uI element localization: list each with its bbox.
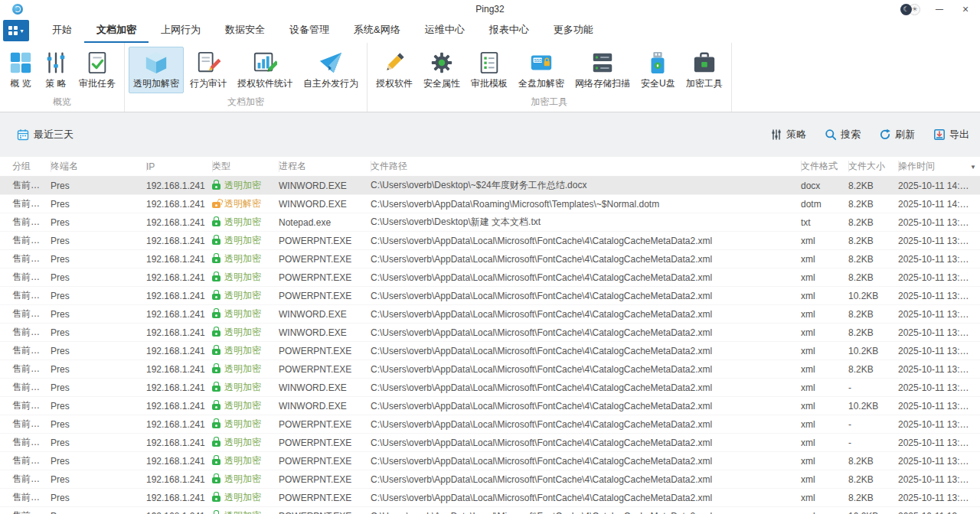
- column-header-size[interactable]: 文件大小: [848, 160, 898, 173]
- table-row[interactable]: 售前演示Pres192.168.1.241透明加密WINWORD.EXEC:\U…: [0, 397, 980, 415]
- tab-internet-behavior[interactable]: 上网行为: [149, 18, 213, 43]
- column-header-terminal[interactable]: 终端名: [51, 160, 146, 173]
- cell-terminal: Pres: [51, 199, 146, 210]
- cell-path: C:\Users\overb\AppData\Local\Microsoft\F…: [371, 419, 801, 430]
- ribbon-group: 授权软件安全属性审批模板SSD全盘加解密网络存储扫描安全U盘加密工具加密工具: [368, 43, 732, 112]
- policy-button[interactable]: 策 略: [39, 47, 73, 93]
- behavior-audit-button[interactable]: 行为审计: [185, 47, 231, 93]
- lock-closed-icon: [212, 239, 220, 245]
- table-row[interactable]: 售前演示Pres192.168.1.241透明加密POWERPNT.EXEC:\…: [0, 268, 980, 287]
- table-row[interactable]: 售前演示Pres192.168.1.241透明解密WINWORD.EXEC:\U…: [0, 195, 980, 213]
- tab-ops-center[interactable]: 运维中心: [413, 18, 477, 43]
- cell-ip: 192.168.1.241: [146, 419, 212, 430]
- cell-time: 2025-10-11 13:47:02: [898, 272, 980, 283]
- security-attributes-button[interactable]: 安全属性: [419, 47, 465, 93]
- self-outgoing-behavior-button[interactable]: 自主外发行为: [299, 47, 363, 93]
- table-row[interactable]: 售前演示Pres192.168.1.241透明加密POWERPNT.EXEC:\…: [0, 507, 980, 514]
- app-menu-button[interactable]: ▾: [3, 20, 29, 41]
- cell-size: 8.2KB: [848, 181, 898, 191]
- cell-size: 10.2KB: [848, 401, 898, 412]
- column-sort-arrow-icon[interactable]: ▼: [970, 163, 976, 170]
- network-storage-scan-button[interactable]: 网络存储扫描: [570, 47, 635, 93]
- encryption-tools-button[interactable]: 加密工具: [681, 47, 727, 93]
- column-header-process[interactable]: 进程名: [279, 160, 371, 173]
- cell-path: C:\Users\overb\AppData\Local\Microsoft\F…: [371, 309, 801, 320]
- cell-size: -: [848, 382, 898, 393]
- tab-device-management[interactable]: 设备管理: [277, 18, 341, 43]
- type-label: 透明加密: [224, 271, 261, 284]
- cell-format: xml: [801, 291, 848, 301]
- policy-button-label: 策略: [786, 128, 806, 142]
- column-header-format[interactable]: 文件格式: [801, 160, 848, 173]
- table-row[interactable]: 售前演示Pres192.168.1.241透明加密WINWORD.EXEC:\U…: [0, 177, 980, 195]
- search-button[interactable]: 搜索: [825, 128, 861, 142]
- column-header-path[interactable]: 文件路径: [371, 160, 801, 173]
- secure-usb-button[interactable]: 安全U盘: [636, 47, 680, 93]
- transparent-encryption-button[interactable]: 透明加解密: [129, 47, 184, 93]
- policy-button[interactable]: 策略: [770, 128, 806, 142]
- tab-system-network[interactable]: 系统&网络: [341, 18, 413, 43]
- full-disk-encryption-button[interactable]: SSD全盘加解密: [514, 47, 569, 93]
- type-label: 透明加密: [224, 363, 261, 376]
- cell-terminal: Pres: [51, 272, 146, 283]
- column-header-time[interactable]: 操作时间: [898, 160, 980, 173]
- table-row[interactable]: 售前演示Pres192.168.1.241透明加密POWERPNT.EXEC:\…: [0, 360, 980, 379]
- export-button[interactable]: 导出: [933, 128, 969, 142]
- cell-ip: 192.168.1.241: [146, 401, 212, 412]
- authorized-software-stats-button[interactable]: 授权软件统计: [233, 47, 297, 93]
- cell-time: 2025-10-11 13:47:02: [898, 309, 980, 320]
- date-range-button[interactable]: 最近三天: [17, 128, 74, 142]
- table-row[interactable]: 售前演示Pres192.168.1.241透明加密POWERPNT.EXEC:\…: [0, 250, 980, 268]
- cell-group: 售前演示: [0, 381, 51, 394]
- tab-report-center[interactable]: 报表中心: [477, 18, 541, 43]
- type-label: 透明加密: [224, 399, 261, 412]
- approval-tasks-button[interactable]: 审批任务: [74, 47, 120, 93]
- tab-data-security[interactable]: 数据安全: [213, 18, 277, 43]
- cell-group: 售前演示: [0, 454, 51, 467]
- refresh-button[interactable]: 刷新: [879, 128, 915, 142]
- table-row[interactable]: 售前演示Pres192.168.1.241透明加密WINWORD.EXEC:\U…: [0, 324, 980, 342]
- search-icon: [825, 128, 837, 141]
- cell-ip: 192.168.1.241: [146, 511, 212, 514]
- table-row[interactable]: 售前演示Pres192.168.1.241透明加密Notepad.exeC:\U…: [0, 213, 980, 232]
- table-row[interactable]: 售前演示Pres192.168.1.241透明加密POWERPNT.EXEC:\…: [0, 452, 980, 470]
- type-label: 透明加密: [224, 326, 261, 339]
- cell-process: POWERPNT.EXE: [279, 291, 371, 301]
- overview-button[interactable]: 概 览: [4, 47, 38, 93]
- tab-document-encryption[interactable]: 文档加密: [84, 18, 149, 43]
- table-row[interactable]: 售前演示Pres192.168.1.241透明加密POWERPNT.EXEC:\…: [0, 470, 980, 489]
- type-label: 透明加密: [224, 436, 261, 449]
- cell-time: 2025-10-11 13:47:02: [898, 364, 980, 375]
- minimize-button[interactable]: ─: [933, 0, 946, 18]
- tab-start[interactable]: 开始: [40, 18, 84, 43]
- type-label: 透明加密: [224, 252, 261, 265]
- table-row[interactable]: 售前演示Pres192.168.1.241透明加密POWERPNT.EXEC:\…: [0, 434, 980, 452]
- cell-terminal: Pres: [51, 291, 146, 301]
- cell-ip: 192.168.1.241: [146, 346, 212, 356]
- column-header-type[interactable]: 类型: [212, 160, 279, 173]
- tab-more-features[interactable]: 更多功能: [541, 18, 606, 43]
- cell-group: 售前演示: [0, 399, 51, 412]
- lock-closed-icon: [212, 422, 220, 428]
- theme-toggle[interactable]: ☾ ☀: [900, 4, 920, 15]
- lock-closed-icon: [212, 441, 220, 447]
- lock-closed-icon: [212, 349, 220, 355]
- authorized-software-button[interactable]: 授权软件: [371, 47, 417, 93]
- table-row[interactable]: 售前演示Pres192.168.1.241透明加密POWERPNT.EXEC:\…: [0, 287, 980, 305]
- table-row[interactable]: 售前演示Pres192.168.1.241透明加密POWERPNT.EXEC:\…: [0, 489, 980, 507]
- table-row[interactable]: 售前演示Pres192.168.1.241透明加密POWERPNT.EXEC:\…: [0, 415, 980, 434]
- table-row[interactable]: 售前演示Pres192.168.1.241透明加密POWERPNT.EXEC:\…: [0, 342, 980, 360]
- column-header-ip[interactable]: IP: [146, 161, 212, 172]
- table-row[interactable]: 售前演示Pres192.168.1.241透明加密WINWORD.EXEC:\U…: [0, 379, 980, 397]
- column-header-group[interactable]: 分组: [0, 160, 51, 173]
- table-row[interactable]: 售前演示Pres192.168.1.241透明加密WINWORD.EXEC:\U…: [0, 305, 980, 324]
- app-menu-icon: [8, 26, 18, 35]
- lock-closed-icon: [212, 367, 220, 373]
- cell-type: 透明加密: [212, 326, 279, 339]
- approval-templates-button[interactable]: 审批模板: [466, 47, 512, 93]
- close-button[interactable]: ×: [959, 0, 972, 18]
- cell-terminal: Pres: [51, 217, 146, 228]
- cell-type: 透明加密: [212, 179, 279, 192]
- toolbar-actions: 策略搜索刷新导出: [770, 128, 969, 142]
- table-row[interactable]: 售前演示Pres192.168.1.241透明加密POWERPNT.EXEC:\…: [0, 232, 980, 250]
